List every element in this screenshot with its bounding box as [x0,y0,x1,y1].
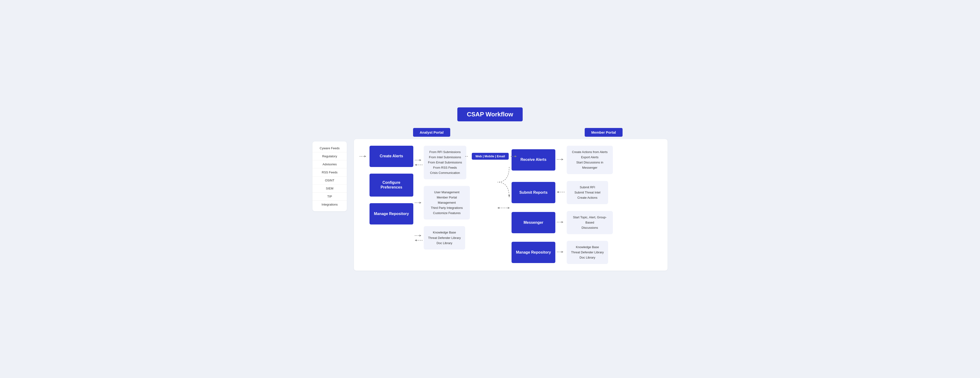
create-alerts-box[interactable]: Create Alerts [369,146,413,167]
receive-alerts-box[interactable]: Receive Alerts [512,149,555,170]
svg-marker-3 [420,159,422,161]
info-box-row3: Knowledge Base Threat Defender Library D… [424,226,465,249]
center-arrow-in-row1 [465,155,470,158]
curve-connector-icon [493,167,512,197]
arrow-right-row1 [415,159,423,162]
sidebar-item-rss[interactable]: RSS Feeds [312,168,347,176]
submit-reports-box[interactable]: Submit Reports [512,182,555,203]
web-mobile-email-badge: Web | Mobile | Email [472,153,509,160]
analyst-portal-badge: Analyst Portal [413,128,450,137]
svg-marker-26 [562,251,563,253]
svg-marker-9 [420,235,422,237]
info-box-row1: From RFI Submissions From Intel Submissi… [424,146,466,179]
sidebar-item-regulatory[interactable]: Regulatory [312,152,347,160]
svg-marker-1 [364,156,366,157]
svg-marker-20 [562,159,563,160]
workflow-panel: Create Alerts Configure Preferences Mana… [354,139,668,271]
sidebar-item-tip[interactable]: TIP [312,192,347,200]
svg-marker-4 [415,164,417,166]
sidebar-item-advisories[interactable]: Advisories [312,160,347,168]
arrow-left-row1 [415,163,423,167]
svg-marker-14 [515,156,517,157]
svg-marker-21 [557,191,558,193]
svg-marker-18 [508,207,510,209]
arrow-left-row3 [415,239,423,242]
sidebar-item-cyware[interactable]: Cyware Feeds [312,144,347,152]
svg-marker-24 [562,221,563,223]
svg-marker-7 [420,202,422,204]
entry-arrow-icon [360,155,368,158]
arrow-right-manage-repo [557,250,565,254]
left-actions-panel: Create Alerts Configure Preferences Mana… [369,146,413,225]
messenger-box[interactable]: Messenger [512,212,555,233]
info-box-receive-alerts: Create Actions from Alerts Export Alerts… [567,146,613,174]
arrow-left-submit [557,191,565,194]
manage-repository-right-box[interactable]: Manage Repository [512,242,555,263]
arrow-right-messenger [557,221,565,224]
sidebar: Cyware Feeds Regulatory Advisories RSS F… [312,141,347,211]
center-arrow-out-row1 [511,155,518,158]
center-arrow-row3-left [497,206,512,210]
arrow-right-row3 [415,234,423,237]
sidebar-item-siem[interactable]: SIEM [312,184,347,192]
info-box-manage-repo: Knowledge Base Threat Defender Library D… [567,241,608,264]
svg-marker-10 [415,239,417,241]
diagram-container: CSAP Workflow Analyst Portal Member Port… [312,107,668,271]
info-box-messenger: Start Topic, Alert, Group-Based Discussi… [567,211,613,234]
svg-marker-16 [497,207,499,209]
main-title: CSAP Workflow [457,107,523,121]
manage-repository-left-box[interactable]: Manage Repository [369,203,413,224]
member-portal-badge: Member Portal [585,128,622,137]
info-box-submit-reports: Submit RFI Submit Threat Intel Create Ac… [567,181,608,204]
sidebar-item-osint[interactable]: OSINT [312,176,347,184]
sidebar-item-integrations[interactable]: Integrations [312,200,347,208]
info-box-row2: User Management Member Portal Management… [424,186,470,219]
arrow-right-row2 [415,201,423,204]
arrow-right-receive [557,158,565,161]
configure-preferences-box[interactable]: Configure Preferences [369,174,413,197]
svg-marker-15 [508,195,510,197]
